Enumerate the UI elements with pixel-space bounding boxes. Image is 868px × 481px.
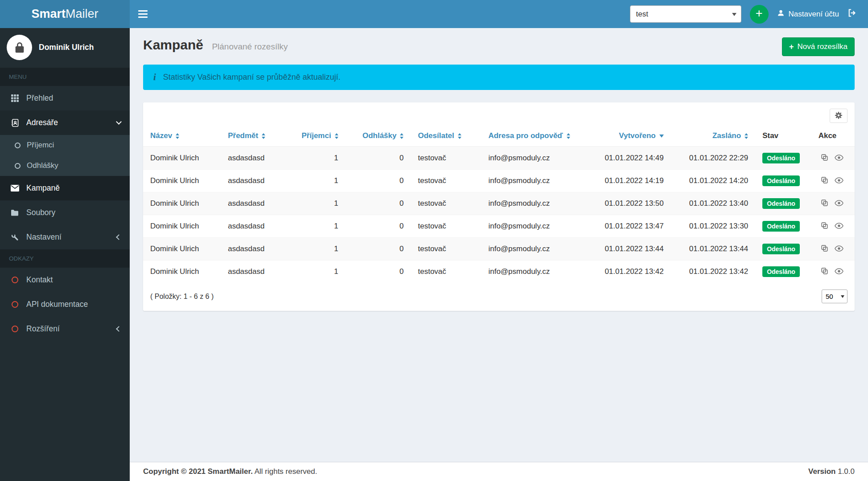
page-size-select[interactable]: 50: [822, 289, 847, 303]
account-settings-link[interactable]: Nastavení účtu: [777, 0, 839, 28]
sidebar-item-label: Rozšíření: [26, 324, 60, 334]
cell-zaslano: 01.01.2022 13:42: [671, 261, 755, 283]
cell-predmet: asdasdasd: [221, 192, 282, 215]
cell-prijemci: 1: [282, 238, 346, 261]
sort-header-nazev[interactable]: Název: [150, 131, 179, 140]
cell-nazev: Dominik Ulrich: [143, 238, 221, 261]
sidebar-item-kampane[interactable]: Kampaně: [0, 176, 130, 200]
view-button[interactable]: [832, 267, 846, 277]
content-header: Kampaně Plánované rozesílky + Nová rozes…: [130, 28, 868, 64]
sidebar-item-label: Odhlášky: [27, 161, 58, 170]
sidebar-item-rozsireni[interactable]: Rozšíření: [0, 317, 130, 341]
view-button[interactable]: [832, 222, 846, 231]
sidebar-toggle-button[interactable]: [130, 0, 156, 28]
header-akce: Akce: [819, 131, 837, 140]
cell-akce: [811, 238, 855, 261]
sort-header-vytvoreno[interactable]: Vytvořeno: [619, 131, 664, 140]
cell-stav: Odesláno: [755, 147, 811, 170]
cell-zaslano: 01.01.2022 22:29: [671, 147, 755, 170]
hamburger-icon: [138, 10, 148, 12]
new-campaign-button[interactable]: + Nová rozesílka: [782, 37, 855, 56]
account-select[interactable]: test: [630, 5, 741, 23]
cell-stav: Odesláno: [755, 261, 811, 283]
cell-adresa: info@psmoduly.cz: [481, 170, 586, 192]
table-row: Dominik Ulrich asdasdasd 1 0 testovač in…: [143, 215, 855, 238]
duplicate-button[interactable]: [819, 266, 831, 277]
cell-odesilatel: testovač: [411, 147, 481, 170]
cell-predmet: asdasdasd: [221, 215, 282, 238]
cell-zaslano: 01.01.2022 14:20: [671, 170, 755, 192]
duplicate-button[interactable]: [819, 153, 831, 163]
cell-odhlasky: 0: [346, 170, 411, 192]
status-badge: Odesláno: [762, 221, 800, 232]
view-button[interactable]: [832, 199, 846, 208]
info-alert-text: Statistiky Vašich kampaní se průběžně ak…: [163, 73, 341, 82]
cell-odhlasky: 0: [346, 215, 411, 238]
cell-adresa: info@psmoduly.cz: [481, 192, 586, 215]
cell-predmet: asdasdasd: [221, 261, 282, 283]
red-circle-icon: [12, 326, 18, 332]
content-area: Kampaně Plánované rozesílky + Nová rozes…: [130, 28, 868, 462]
duplicate-button[interactable]: [819, 198, 831, 209]
top-navbar: SmartMailer test +: [0, 0, 868, 28]
cell-odhlasky: 0: [346, 261, 411, 283]
add-button[interactable]: +: [750, 5, 769, 24]
cell-zaslano: 01.01.2022 13:44: [671, 238, 755, 261]
sidebar-item-kontakt[interactable]: Kontakt: [0, 268, 130, 292]
duplicate-button[interactable]: [819, 244, 831, 254]
sort-header-zaslano[interactable]: Zasláno: [712, 131, 748, 140]
sidebar-item-prijemci[interactable]: Příjemci: [0, 135, 130, 155]
cell-odhlasky: 0: [346, 192, 411, 215]
cell-nazev: Dominik Ulrich: [143, 261, 221, 283]
account-select-wrap: test: [630, 5, 741, 23]
table-settings-button[interactable]: [830, 109, 847, 123]
cell-prijemci: 1: [282, 170, 346, 192]
sort-header-odhlasky[interactable]: Odhlášky: [362, 131, 404, 140]
view-button[interactable]: [832, 245, 846, 254]
items-count: ( Položky: 1 - 6 z 6 ): [150, 293, 214, 301]
chevron-left-icon: [116, 234, 122, 240]
sort-icon: [458, 133, 461, 139]
sidebar-item-prehled[interactable]: Přehled: [0, 86, 130, 110]
cell-vytvoreno: 01.01.2022 13:42: [586, 261, 671, 283]
brand-logo[interactable]: SmartMailer: [0, 0, 130, 28]
cell-prijemci: 1: [282, 147, 346, 170]
sidebar-item-adresare[interactable]: Adresáře: [0, 110, 130, 135]
duplicate-button[interactable]: [819, 175, 831, 186]
cell-zaslano: 01.01.2022 13:30: [671, 215, 755, 238]
circle-icon: [15, 163, 21, 169]
page-title: Kampaně Plánované rozesílky: [143, 37, 288, 53]
logout-button[interactable]: [847, 0, 856, 28]
address-book-icon: [9, 119, 21, 127]
table-footer: ( Položky: 1 - 6 z 6 ) 50: [143, 283, 855, 311]
page-size-wrap: 50: [822, 289, 847, 303]
sort-header-predmet[interactable]: Předmět: [228, 131, 265, 140]
circle-icon: [15, 143, 21, 148]
app-window: SmartMailer test +: [0, 0, 868, 481]
table-toolbar: [143, 102, 855, 126]
sort-header-prijemci[interactable]: Příjemci: [302, 131, 338, 140]
sidebar-item-soubory[interactable]: Soubory: [0, 200, 130, 225]
sidebar-item-label: Nastavení: [26, 232, 62, 242]
sidebar-item-api-dokumentace[interactable]: API dokumentace: [0, 292, 130, 317]
brand-light: Mailer: [66, 7, 99, 21]
duplicate-button[interactable]: [819, 221, 831, 232]
logout-icon: [847, 8, 856, 20]
view-button[interactable]: [832, 154, 846, 163]
sort-header-odesilatel[interactable]: Odesílatel: [418, 131, 461, 140]
info-alert: i Statistiky Vašich kampaní se průběžně …: [143, 65, 855, 90]
cell-vytvoreno: 01.01.2022 14:49: [586, 147, 671, 170]
sort-header-adresa[interactable]: Adresa pro odpověď: [488, 131, 570, 140]
info-icon: i: [153, 73, 156, 82]
status-badge: Odesláno: [762, 198, 800, 209]
table-row: Dominik Ulrich asdasdasd 1 0 testovač in…: [143, 261, 855, 283]
sidebar: Dominik Ulrich MENU Přehled Adresáře: [0, 28, 130, 481]
cell-stav: Odesláno: [755, 238, 811, 261]
sort-icon: [745, 133, 748, 139]
cell-odesilatel: testovač: [411, 192, 481, 215]
view-button[interactable]: [832, 176, 846, 186]
sidebar-item-nastaveni[interactable]: Nastavení: [0, 225, 130, 249]
gear-icon: [835, 111, 843, 121]
sort-icon: [335, 133, 338, 139]
sidebar-item-odhlasky[interactable]: Odhlášky: [0, 155, 130, 176]
